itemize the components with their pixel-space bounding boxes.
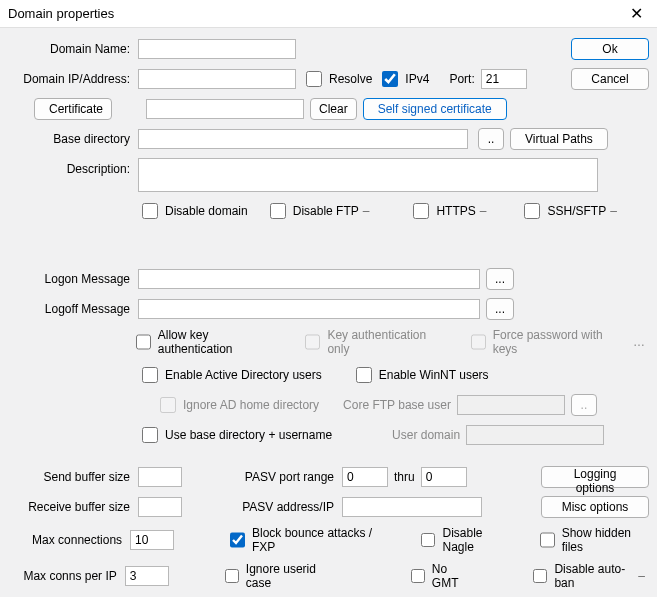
ok-button[interactable]: Ok [571,38,649,60]
resolve-checkbox[interactable]: Resolve [302,68,372,90]
receive-buffer-input[interactable] [138,497,182,517]
window-title: Domain properties [8,6,624,21]
no-gmt-checkbox[interactable]: No GMT [407,562,472,590]
logoff-message-browse-button[interactable]: ... [486,298,514,320]
description-label: Description: [8,158,138,176]
https-checkbox[interactable]: HTTPS [409,200,475,222]
max-conns-per-ip-label: Max conns per IP [8,569,125,583]
titlebar: Domain properties ✕ [0,0,657,28]
pasv-address-label: PASV address/IP [234,500,334,514]
core-ftp-base-user-browse-button: .. [571,394,597,416]
domain-name-label: Domain Name: [8,42,138,56]
base-directory-label: Base directory [8,132,138,146]
logon-message-label: Logon Message [8,272,138,286]
ssh-sftp-dash[interactable]: – [606,204,621,218]
certificate-button[interactable]: Certificate [34,98,112,120]
logon-message-browse-button[interactable]: ... [486,268,514,290]
pasv-port-range-label: PASV port range [234,470,334,484]
pasv-port-from-input[interactable] [342,467,388,487]
virtual-paths-button[interactable]: Virtual Paths [510,128,608,150]
key-auth-only-checkbox: Key authentication only [301,328,444,356]
max-connections-label: Max connections [8,533,130,547]
description-input[interactable] [138,158,598,192]
base-directory-input[interactable] [138,129,468,149]
ipv4-check-input[interactable] [382,71,398,87]
enable-winnt-checkbox[interactable]: Enable WinNT users [352,364,489,386]
logoff-message-input[interactable] [138,299,480,319]
disable-autoban-checkbox[interactable]: Disable auto-ban [529,562,634,590]
logon-message-input[interactable] [138,269,480,289]
resolve-check-input[interactable] [306,71,322,87]
user-domain-input [466,425,604,445]
pasv-address-input[interactable] [342,497,482,517]
https-dash[interactable]: – [476,204,491,218]
ignore-userid-case-checkbox[interactable]: Ignore userid case [221,562,333,590]
enable-ad-checkbox[interactable]: Enable Active Directory users [138,364,322,386]
self-signed-certificate-button[interactable]: Self signed certificate [363,98,507,120]
misc-options-button[interactable]: Misc options [541,496,649,518]
certificate-input[interactable] [146,99,304,119]
domain-name-input[interactable] [138,39,296,59]
disable-ftp-checkbox[interactable]: Disable FTP [266,200,359,222]
logoff-message-label: Logoff Message [8,302,138,316]
disable-domain-checkbox[interactable]: Disable domain [138,200,248,222]
show-hidden-files-checkbox[interactable]: Show hidden files [536,526,649,554]
send-buffer-input[interactable] [138,467,182,487]
block-bounce-checkbox[interactable]: Block bounce attacks / FXP [226,526,389,554]
core-ftp-base-user-label: Core FTP base user [343,398,451,412]
ssh-sftp-checkbox[interactable]: SSH/SFTP [520,200,606,222]
port-label: Port: [449,72,474,86]
port-input[interactable] [481,69,527,89]
domain-ip-label: Domain IP/Address: [8,72,138,86]
allow-key-auth-checkbox[interactable]: Allow key authentication [132,328,280,356]
pasv-port-to-input[interactable] [421,467,467,487]
use-base-dir-username-checkbox[interactable]: Use base directory + username [138,424,332,446]
force-pw-keys-dash[interactable]: … [629,335,649,349]
max-connections-input[interactable] [130,530,174,550]
force-password-keys-checkbox: Force password with keys [467,328,623,356]
disable-autoban-dash[interactable]: – [634,569,649,583]
close-icon[interactable]: ✕ [624,6,649,22]
receive-buffer-label: Receive buffer size [8,500,138,514]
ignore-ad-home-checkbox: Ignore AD home directory [156,394,319,416]
disable-nagle-checkbox[interactable]: Disable Nagle [417,526,512,554]
domain-ip-input[interactable] [138,69,296,89]
core-ftp-base-user-input [457,395,565,415]
user-domain-label: User domain [392,428,460,442]
disable-ftp-dash[interactable]: – [359,204,374,218]
max-conns-per-ip-input[interactable] [125,566,169,586]
form-area: Domain Name: Ok Domain IP/Address: Resol… [0,28,657,597]
logging-options-button[interactable]: Logging options [541,466,649,488]
clear-button[interactable]: Clear [310,98,357,120]
send-buffer-label: Send buffer size [8,470,138,484]
ipv4-checkbox[interactable]: IPv4 [378,68,429,90]
pasv-thru-label: thru [394,470,415,484]
base-directory-browse-button[interactable]: .. [478,128,504,150]
cancel-button[interactable]: Cancel [571,68,649,90]
